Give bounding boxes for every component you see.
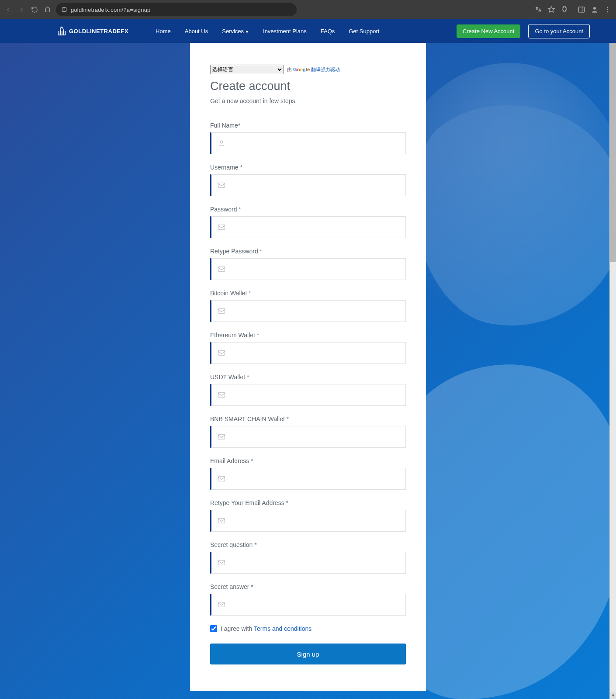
- input-password[interactable]: [230, 217, 399, 238]
- svg-point-4: [607, 9, 608, 10]
- input-wrap-bnb_wallet: [210, 426, 406, 448]
- label-username: Username *: [210, 164, 406, 171]
- terms-link[interactable]: Terms and conditions: [254, 625, 311, 632]
- label-password: Password *: [210, 206, 406, 213]
- label-usdt_wallet: USDT Wallet *: [210, 374, 406, 381]
- signup-button[interactable]: Sign up: [210, 644, 406, 664]
- scroll-thumb[interactable]: [610, 26, 616, 262]
- url-text: goldlinetradefx.com/?a=signup: [71, 7, 151, 13]
- label-eth_wallet: Ethereum Wallet *: [210, 332, 406, 339]
- input-wrap-password: [210, 216, 406, 238]
- reload-icon[interactable]: [30, 5, 39, 14]
- mail-icon: [218, 308, 225, 314]
- extensions-icon[interactable]: [560, 5, 569, 14]
- input-wrap-retype_password: [210, 258, 406, 280]
- nav-link-about-us[interactable]: About Us: [178, 24, 215, 38]
- chevron-down-icon: ▼: [245, 30, 249, 34]
- input-eth_wallet[interactable]: [230, 343, 399, 363]
- kebab-menu-icon[interactable]: [603, 5, 613, 14]
- mail-icon: [218, 224, 225, 230]
- svg-point-7: [220, 141, 223, 143]
- label-btc_wallet: Bitcoin Wallet *: [210, 290, 406, 297]
- mail-icon: [218, 602, 225, 608]
- home-icon[interactable]: [43, 5, 52, 14]
- agree-checkbox[interactable]: [210, 625, 217, 632]
- panel-icon[interactable]: [577, 5, 586, 14]
- input-wrap-email: [210, 468, 406, 490]
- profile-icon[interactable]: [590, 5, 599, 14]
- svg-rect-9: [218, 225, 225, 230]
- browser-toolbar: goldlinetradefx.com/?a=signup: [0, 0, 616, 19]
- input-wrap-usdt_wallet: [210, 384, 406, 406]
- svg-rect-18: [218, 602, 225, 607]
- svg-rect-1: [578, 7, 585, 12]
- nav-link-faqs[interactable]: FAQs: [314, 24, 342, 38]
- svg-rect-14: [218, 435, 225, 439]
- nav-link-home[interactable]: Home: [149, 24, 178, 38]
- forward-icon[interactable]: [17, 5, 26, 14]
- agree-text: I agree with: [221, 625, 254, 632]
- label-email: Email Address *: [210, 457, 406, 464]
- signup-card: 选择语言 由 Google 翻译强力驱动 Create account Get …: [190, 43, 426, 691]
- input-full_name[interactable]: [230, 133, 399, 154]
- mail-icon: [218, 392, 225, 398]
- nav-link-services[interactable]: Services▼: [215, 24, 256, 38]
- svg-point-3: [607, 7, 608, 8]
- nav-link-get-support[interactable]: Get Support: [342, 24, 386, 38]
- input-btc_wallet[interactable]: [230, 301, 399, 322]
- svg-rect-11: [218, 309, 225, 314]
- language-select[interactable]: 选择语言: [210, 65, 284, 74]
- svg-rect-13: [218, 393, 225, 398]
- input-secret_a[interactable]: [230, 594, 399, 615]
- input-bnb_wallet[interactable]: [230, 426, 399, 447]
- mail-icon: [218, 266, 225, 272]
- label-retype_email: Retype Your Email Address *: [210, 499, 406, 506]
- field-bnb_wallet: BNB SMART CHAIN Wallet *: [210, 415, 406, 448]
- back-icon[interactable]: [3, 5, 13, 14]
- field-secret_q: Secret question *: [210, 541, 406, 574]
- input-wrap-secret_a: [210, 594, 406, 616]
- brand-logo[interactable]: GOLDLINETRADEFX: [57, 26, 128, 36]
- input-wrap-btc_wallet: [210, 300, 406, 322]
- label-secret_a: Secret answer *: [210, 583, 406, 590]
- field-password: Password *: [210, 206, 406, 238]
- vertical-scrollbar[interactable]: ▲ ▼: [609, 19, 616, 699]
- field-usdt_wallet: USDT Wallet *: [210, 374, 406, 406]
- svg-point-5: [607, 11, 608, 12]
- input-wrap-secret_q: [210, 552, 406, 574]
- input-email[interactable]: [230, 468, 399, 489]
- person-icon: [218, 139, 225, 147]
- svg-rect-10: [218, 267, 225, 272]
- field-username: Username *: [210, 164, 406, 196]
- label-retype_password: Retype Password *: [210, 248, 406, 255]
- svg-rect-17: [218, 561, 225, 565]
- bookmark-icon[interactable]: [547, 5, 556, 14]
- field-btc_wallet: Bitcoin Wallet *: [210, 290, 406, 322]
- create-account-button[interactable]: Create New Account: [457, 24, 521, 38]
- agree-row[interactable]: I agree with Terms and conditions: [210, 625, 406, 632]
- nav-link-investment-plans[interactable]: Investment Plans: [256, 24, 314, 38]
- input-username[interactable]: [230, 175, 399, 196]
- translate-icon[interactable]: [533, 5, 543, 14]
- login-button[interactable]: Go to your Account: [528, 24, 590, 38]
- field-retype_password: Retype Password *: [210, 248, 406, 280]
- scroll-down-icon[interactable]: ▼: [610, 692, 616, 699]
- input-retype_password[interactable]: [230, 259, 399, 280]
- address-bar[interactable]: goldlinetradefx.com/?a=signup: [56, 3, 297, 16]
- page-title: Create account: [210, 80, 406, 93]
- input-wrap-full_name: [210, 132, 406, 154]
- mail-icon: [218, 182, 225, 188]
- site-info-icon[interactable]: [61, 7, 67, 13]
- field-secret_a: Secret answer *: [210, 583, 406, 616]
- page-subtitle: Get a new account in few steps.: [210, 97, 406, 104]
- field-retype_email: Retype Your Email Address *: [210, 499, 406, 532]
- svg-rect-12: [218, 351, 225, 356]
- input-usdt_wallet[interactable]: [230, 384, 399, 405]
- page-body: GOLDLINETRADEFX HomeAbout UsServices▼Inv…: [0, 19, 616, 699]
- separator: [573, 5, 573, 14]
- input-secret_q[interactable]: [230, 552, 399, 573]
- input-retype_email[interactable]: [230, 510, 399, 531]
- label-secret_q: Secret question *: [210, 541, 406, 548]
- svg-rect-8: [218, 183, 225, 188]
- google-translate-attribution: 由 Google 翻译强力驱动: [287, 66, 340, 73]
